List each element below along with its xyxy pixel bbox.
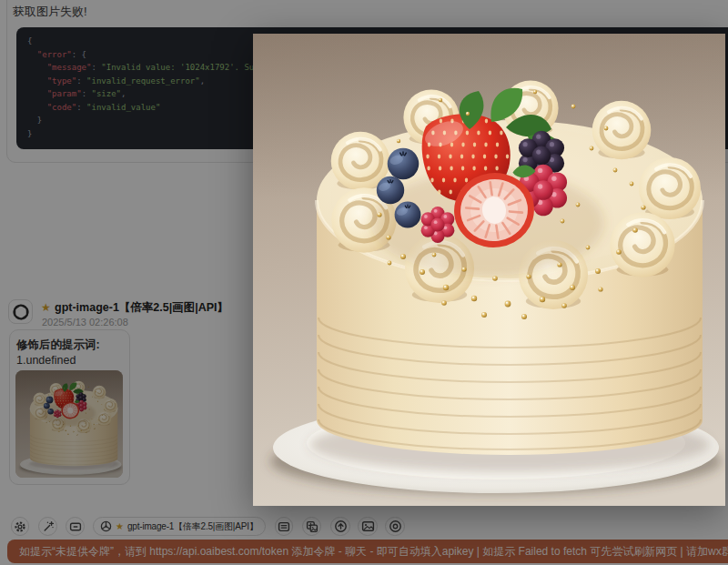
image-preview[interactable] bbox=[253, 34, 725, 506]
app-window: 获取图片失败! { "error": { "message": "Invalid… bbox=[0, 0, 728, 565]
